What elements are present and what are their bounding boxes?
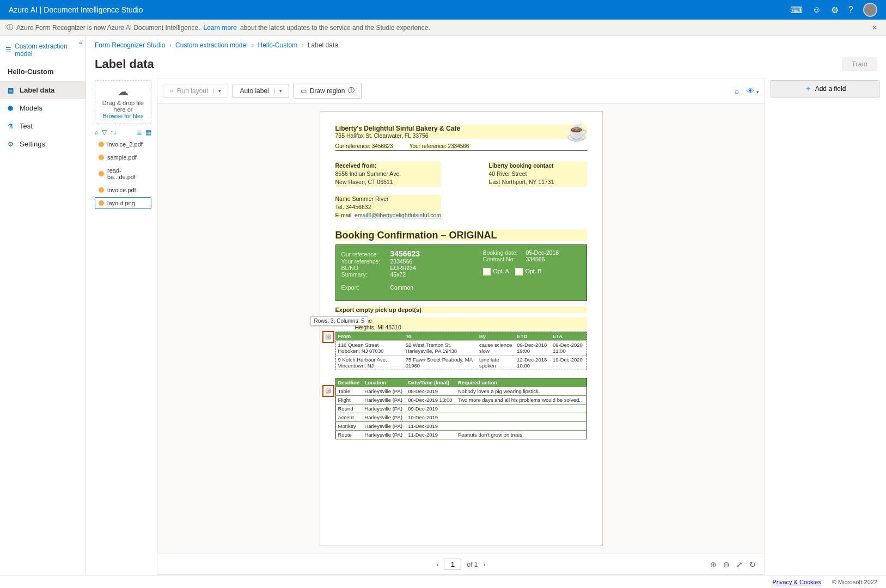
rotate-icon[interactable]: ↻ xyxy=(749,560,756,569)
layout-icon: ⌗ xyxy=(170,87,174,95)
crumb-studio[interactable]: Form Recognizer Studio xyxy=(95,41,165,49)
page-title: Label data xyxy=(95,57,842,71)
avatar[interactable] xyxy=(863,3,877,17)
file-name: invoice_2.pdf xyxy=(107,141,143,148)
sidebar-item-label: Settings xyxy=(20,140,45,148)
value: Common xyxy=(390,284,414,291)
pager: ‹ of 1 › ⊕ ⊖ ⤢ ↻ xyxy=(157,554,765,574)
routing-table: FromToByETDETA 118 Queen Street Hoboken,… xyxy=(335,332,587,370)
sidebar-heading-label: Custom extraction model xyxy=(15,42,80,58)
crumb-model[interactable]: Custom extraction model xyxy=(175,41,248,49)
sidebar-item-label-data[interactable]: ▤ Label data xyxy=(0,81,85,99)
opt-a-label: Opt. A xyxy=(493,268,509,274)
sidebar-collapse-icon[interactable]: « xyxy=(79,39,82,46)
chevron-down-icon[interactable]: ▾ xyxy=(213,88,221,94)
prev-page-icon[interactable]: ‹ xyxy=(436,561,438,568)
status-dot-icon xyxy=(99,142,104,147)
your-ref: Your reference: 2334566 xyxy=(410,143,469,149)
next-page-icon[interactable]: › xyxy=(484,561,486,568)
info-banner: ⓘ Azure Form Recognizer is now Azure AI … xyxy=(0,20,886,36)
app-title: Azure AI | Document Intelligence Studio xyxy=(9,5,790,14)
status-dot-icon xyxy=(99,200,104,206)
help-icon[interactable]: ? xyxy=(848,5,853,15)
sidebar-item-settings[interactable]: ⚙ Settings xyxy=(0,135,85,153)
button-label: Add a field xyxy=(815,85,846,93)
sidebar-item-test[interactable]: ⚗ Test xyxy=(0,117,85,135)
table-tooltip: Rows: 3, Columns: 5 xyxy=(310,316,368,326)
plus-icon: ＋ xyxy=(804,84,812,94)
keyboard-icon[interactable]: ⌨ xyxy=(790,5,803,15)
feedback-icon[interactable]: ☺ xyxy=(812,5,821,15)
sidebar-project: Hello-Custom xyxy=(0,62,85,81)
document-canvas[interactable]: ☕ Liberty's Delightful Sinful Bakery & C… xyxy=(157,103,765,554)
privacy-link[interactable]: Privacy & Cookies xyxy=(772,579,821,585)
depot-line: s Lane xyxy=(355,317,587,324)
dropzone[interactable]: ☁ Drag & drop file here or Browse for fi… xyxy=(95,80,151,124)
add-field-button[interactable]: ＋ Add a field xyxy=(771,80,879,97)
train-button[interactable]: Train xyxy=(842,57,877,71)
settings-icon[interactable]: ⚙ xyxy=(831,5,839,15)
table-row: AccentHarleysville (PA)10-Dec-2019 xyxy=(335,413,586,421)
status-dot-icon xyxy=(99,155,104,160)
grid-view-icon[interactable]: ▦ xyxy=(145,128,151,136)
deadline-table: DeadlineLocationDate/Time (local)Require… xyxy=(335,378,587,439)
email-link[interactable]: email6@libertydelightfulsinful.com xyxy=(355,212,441,218)
banner-text: Azure Form Recognizer is now Azure AI Do… xyxy=(16,24,200,32)
sort-icon[interactable]: ↑↓ xyxy=(110,128,117,136)
contact-tel: Tel. 34456632 xyxy=(335,203,442,211)
table-row: FlightHarleysville (PA)08-Dec-2019 13:00… xyxy=(335,395,586,404)
table-icon[interactable]: ⊞ xyxy=(322,385,334,397)
sidebar-item-models[interactable]: ⬢ Models xyxy=(0,99,85,117)
draw-region-button[interactable]: ▭ Draw region ⓘ xyxy=(294,83,362,99)
label: Booking date: xyxy=(483,249,524,256)
label: Contract No: xyxy=(483,256,524,262)
file-item[interactable]: sample.pdf xyxy=(95,151,151,163)
file-item[interactable]: invoice.pdf xyxy=(95,184,151,196)
email-label: E-mail xyxy=(335,212,352,218)
value: 2334566 xyxy=(390,258,413,265)
status-dot-icon xyxy=(99,171,104,176)
opt-b-label: Opt. B xyxy=(526,268,542,274)
label: Your reference: xyxy=(341,258,390,265)
file-name: read-ba...de.pdf xyxy=(107,167,148,180)
zoom-in-icon[interactable]: ⊕ xyxy=(710,560,717,569)
sidebar-item-label: Label data xyxy=(20,86,54,94)
fit-icon[interactable]: ⤢ xyxy=(736,560,743,569)
document-viewer: ⌗ Run layout ▾ Auto label ▾ ▭ Draw regio… xyxy=(157,78,765,575)
file-name: layout.png xyxy=(107,200,135,206)
zoom-out-icon[interactable]: ⊖ xyxy=(723,560,730,569)
table-icon[interactable]: ⊞ xyxy=(322,331,334,343)
chevron-right-icon: › xyxy=(169,41,172,49)
sidebar-heading: ☰ Custom extraction model xyxy=(0,38,85,62)
crumb-project[interactable]: Hello-Custom xyxy=(258,41,298,49)
banner-suffix: about the latest updates to the service … xyxy=(240,24,430,32)
learn-more-link[interactable]: Learn more xyxy=(204,24,237,32)
th: Deadline xyxy=(335,378,362,387)
visibility-icon[interactable]: 👁 ▾ xyxy=(747,87,759,95)
region-icon: ▭ xyxy=(301,87,307,95)
file-panel: ☁ Drag & drop file here or Browse for fi… xyxy=(95,78,151,575)
contact-name: Name Summer River xyxy=(335,195,442,203)
recv-line: New Haven, CT 06511 xyxy=(335,178,442,186)
file-item[interactable]: invoice_2.pdf xyxy=(95,138,151,150)
file-item[interactable]: read-ba...de.pdf xyxy=(95,164,151,183)
button-label: Auto label xyxy=(240,87,268,95)
filter-icon[interactable]: ▽ xyxy=(102,128,107,136)
run-layout-button[interactable]: ⌗ Run layout ▾ xyxy=(163,84,228,98)
footer: Privacy & Cookies © Microsoft 2022 xyxy=(0,575,886,588)
th: From xyxy=(335,332,404,340)
th: ETD xyxy=(515,332,551,340)
file-name: sample.pdf xyxy=(107,154,137,161)
list-view-icon[interactable]: ≣ xyxy=(137,128,142,136)
search-icon[interactable]: ⌕ xyxy=(95,128,99,136)
page-input[interactable] xyxy=(444,559,461,570)
chevron-down-icon[interactable]: ▾ xyxy=(274,88,282,94)
reference-panel: Our reference:3456623 Your reference:233… xyxy=(335,244,587,301)
close-icon[interactable]: ✕ xyxy=(870,24,879,32)
file-item[interactable]: layout.png xyxy=(95,197,151,209)
browse-link[interactable]: Browse for files xyxy=(102,113,143,119)
button-label: Run layout xyxy=(177,87,208,95)
label: Summary: xyxy=(341,271,390,278)
search-icon[interactable]: ⌕ xyxy=(735,87,739,95)
auto-label-button[interactable]: Auto label ▾ xyxy=(233,84,289,98)
